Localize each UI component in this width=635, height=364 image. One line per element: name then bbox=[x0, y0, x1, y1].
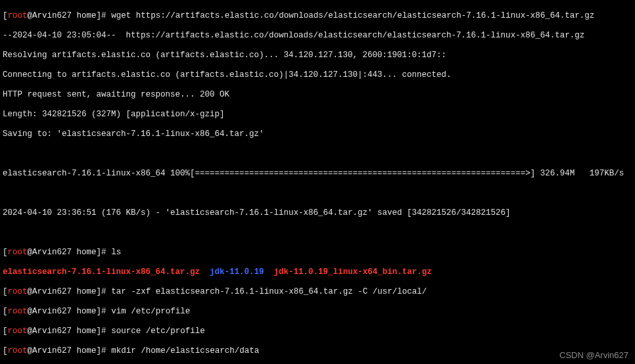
line-source: [root@Arvin627 home]# source /etc/profil… bbox=[3, 327, 632, 336]
line-ls1: [root@Arvin627 home]# ls bbox=[3, 248, 632, 258]
ls1-jdk-tar: jdk-11.0.19_linux-x64_bin.tar.gz bbox=[274, 267, 432, 277]
ls1-es-tar: elasticsearch-7.16.1-linux-x86_64.tar.gz bbox=[3, 267, 200, 277]
cmd-tar: tar -zxf elasticsearch-7.16.1-linux-x86_… bbox=[111, 287, 427, 296]
wget-out-4: HTTP request sent, awaiting response... … bbox=[3, 90, 632, 100]
cmd-wget: wget https://artifacts.elastic.co/downlo… bbox=[111, 11, 594, 20]
cmd-ls1: ls bbox=[111, 248, 121, 257]
wget-out-5: Length: 342821526 (327M) [application/x-… bbox=[3, 110, 632, 120]
line-vim: [root@Arvin627 home]# vim /etc/profile bbox=[3, 307, 632, 317]
prompt-host: Arvin627 bbox=[32, 11, 72, 20]
prompt-cwd: home bbox=[77, 11, 97, 20]
terminal[interactable]: [root@Arvin627 home]# wget https://artif… bbox=[0, 0, 635, 364]
prompt-user: root bbox=[8, 11, 28, 20]
line-wget-cmd: [root@Arvin627 home]# wget https://artif… bbox=[3, 11, 632, 21]
line-mkdir-data1: [root@Arvin627 home]# mkdir /home/elasti… bbox=[3, 346, 632, 356]
wget-out-2: Resolving artifacts.elastic.co (artifact… bbox=[3, 51, 632, 60]
blank-1 bbox=[3, 149, 632, 159]
blank-2 bbox=[3, 189, 632, 198]
cmd-vim: vim /etc/profile bbox=[111, 307, 190, 316]
wget-progress: elasticsearch-7.16.1-linux-x86_64 100%[=… bbox=[3, 169, 632, 179]
ls1-jdk-dir: jdk-11.0.19 bbox=[210, 267, 264, 277]
wget-out-3: Connecting to artifacts.elastic.co (arti… bbox=[3, 70, 632, 80]
cmd-mkdir-data1: mkdir /home/elasticsearch/data bbox=[111, 346, 259, 355]
wget-saved: 2024-04-10 23:36:51 (176 KB/s) - 'elasti… bbox=[3, 208, 632, 218]
wget-out-6: Saving to: 'elasticsearch-7.16.1-linux-x… bbox=[3, 129, 632, 139]
wget-out-1: --2024-04-10 23:05:04-- https://artifact… bbox=[3, 31, 632, 41]
line-tar: [root@Arvin627 home]# tar -zxf elasticse… bbox=[3, 287, 632, 297]
blank-3 bbox=[3, 228, 632, 238]
cmd-source: source /etc/profile bbox=[111, 327, 205, 336]
ls1-output: elasticsearch-7.16.1-linux-x86_64.tar.gz… bbox=[3, 267, 632, 277]
watermark: CSDN @Arvin627 bbox=[559, 350, 628, 360]
